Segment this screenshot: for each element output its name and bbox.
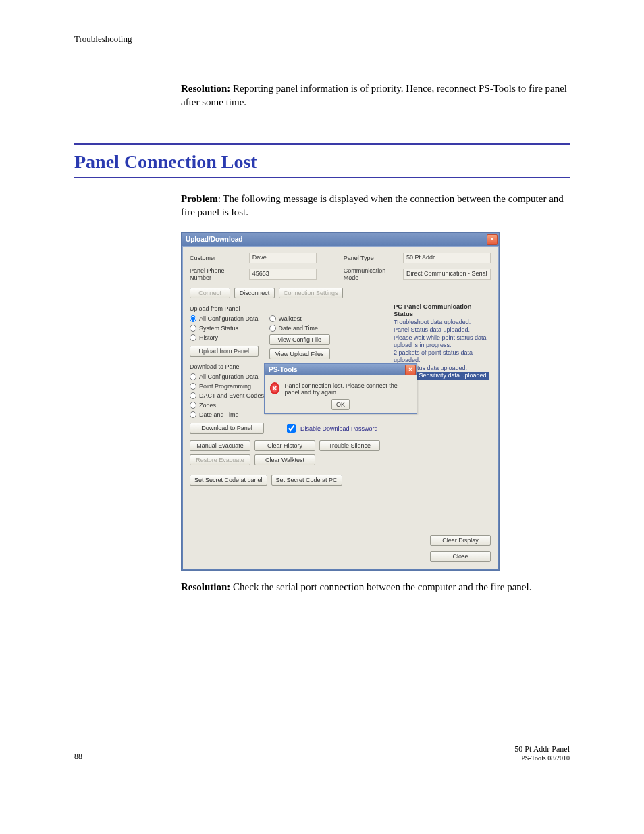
upload-header: Upload from Panel	[190, 305, 380, 312]
phone-label: Panel Phone Number	[190, 267, 244, 281]
radio-all-config-download-label: All Configuration Data	[199, 373, 259, 380]
radio-date-time-download[interactable]: Date and Time	[190, 411, 264, 418]
radio-all-config-upload-label: All Configuration Data	[199, 315, 259, 322]
section-rule-bottom	[74, 177, 570, 178]
radio-dact-label: DACT and Event Codes	[199, 392, 264, 399]
clear-walktest-button[interactable]: Clear Walktest	[254, 454, 315, 465]
section-rule-top	[74, 143, 570, 145]
status-line: Please wait while point status data uplo…	[394, 334, 491, 350]
page-footer: 88 50 Pt Addr Panel PS-Tools 08/2010	[74, 744, 570, 762]
ps-tools-alert: PS-Tools × × Panel connection lost. Plea…	[264, 363, 417, 414]
clear-display-button[interactable]: Clear Display	[430, 535, 491, 546]
download-to-panel-button[interactable]: Download to Panel	[190, 423, 264, 434]
radio-date-time-upload-label: Date and Time	[279, 325, 319, 332]
status-line: Troubleshoot data uploaded.	[394, 319, 491, 326]
radio-zones-label: Zones	[199, 402, 216, 409]
footer-right-2: PS-Tools 08/2010	[514, 754, 570, 762]
status-header: PC Panel Communication Status	[394, 303, 491, 317]
upload-download-dialog: Upload/Download × Customer Dave Panel Ph…	[181, 232, 500, 571]
radio-walktest-label: Walktest	[279, 315, 302, 322]
dialog-titlebar: Upload/Download ×	[182, 233, 499, 246]
alert-ok-button[interactable]: OK	[331, 399, 350, 410]
problem-body: : The following message is displayed whe…	[181, 193, 564, 217]
resolution-1-text: Reporting panel information is of priori…	[181, 83, 567, 107]
secret-code-pc-button[interactable]: Set Secret Code at PC	[271, 475, 342, 486]
secret-code-panel-button[interactable]: Set Secret Code at panel	[190, 475, 267, 486]
error-icon: ×	[270, 382, 279, 394]
resolution-2-label: Resolution:	[181, 581, 230, 592]
problem-text: Problem: The following message is displa…	[181, 192, 570, 219]
radio-point-programming-label: Point Programming	[199, 383, 251, 390]
close-button[interactable]: Close	[430, 551, 491, 562]
manual-evacuate-button[interactable]: Manual Evacuate	[190, 440, 250, 451]
panel-type-label: Panel Type	[344, 255, 398, 261]
view-upload-button[interactable]: View Upload Files	[269, 348, 330, 359]
phone-value: 45653	[249, 269, 317, 280]
footer-right-1: 50 Pt Addr Panel	[514, 744, 570, 754]
radio-zones[interactable]: Zones	[190, 402, 264, 409]
footer-rule	[74, 739, 570, 739]
radio-history-label: History	[199, 334, 218, 341]
resolution-1-label: Resolution:	[181, 83, 230, 94]
trouble-silence-button[interactable]: Trouble Silence	[319, 440, 380, 451]
resolution-2-text: Check the serial port connection between…	[230, 581, 531, 592]
radio-point-programming[interactable]: Point Programming	[190, 383, 264, 390]
radio-history[interactable]: History	[190, 334, 259, 341]
comm-mode-label: Communication Mode	[344, 267, 398, 281]
radio-dact[interactable]: DACT and Event Codes	[190, 392, 264, 399]
radio-date-time-upload[interactable]: Date and Time	[269, 325, 330, 332]
page-number: 88	[74, 752, 82, 762]
alert-message: Panel connection lost. Please connect th…	[285, 382, 411, 396]
section-title: Panel Connection Lost	[74, 151, 570, 173]
disable-password-label: Disable Download Password	[300, 425, 378, 432]
dialog-title: Upload/Download	[186, 236, 242, 243]
comm-mode-value: Direct Communication - Serial	[403, 269, 491, 280]
status-line: 2 packets of point status data uploaded.	[394, 349, 491, 365]
customer-label: Customer	[190, 255, 244, 261]
radio-all-config-upload[interactable]: All Configuration Data	[190, 315, 259, 322]
radio-walktest[interactable]: Walktest	[269, 315, 330, 322]
clear-history-button[interactable]: Clear History	[254, 440, 315, 451]
radio-date-time-download-label: Date and Time	[199, 411, 239, 418]
status-line: Panel Status data uploaded.	[394, 326, 491, 334]
radio-system-status[interactable]: System Status	[190, 325, 259, 332]
radio-system-status-label: System Status	[199, 325, 238, 332]
customer-value: Dave	[249, 253, 317, 263]
panel-type-value: 50 Pt Addr.	[403, 253, 491, 263]
connection-settings-button[interactable]: Connection Settings	[279, 288, 343, 298]
view-config-button[interactable]: View Config File	[269, 334, 330, 345]
page-header: Troubleshooting	[74, 34, 570, 45]
alert-close-icon[interactable]: ×	[405, 365, 416, 375]
upload-from-panel-button[interactable]: Upload from Panel	[190, 346, 259, 357]
problem-label: Problem	[181, 193, 218, 204]
restore-evacuate-button[interactable]: Restore Evacuate	[190, 454, 250, 465]
radio-all-config-download[interactable]: All Configuration Data	[190, 373, 264, 380]
disconnect-button[interactable]: Disconnect	[234, 288, 275, 298]
disable-password-checkbox[interactable]: Disable Download Password	[284, 422, 378, 435]
alert-title: PS-Tools	[269, 366, 298, 373]
close-icon[interactable]: ×	[487, 234, 498, 245]
resolution-1: Resolution: Reporting panel information …	[181, 82, 570, 109]
resolution-2: Resolution: Check the serial port connec…	[181, 580, 570, 594]
connect-button[interactable]: Connect	[190, 288, 230, 298]
